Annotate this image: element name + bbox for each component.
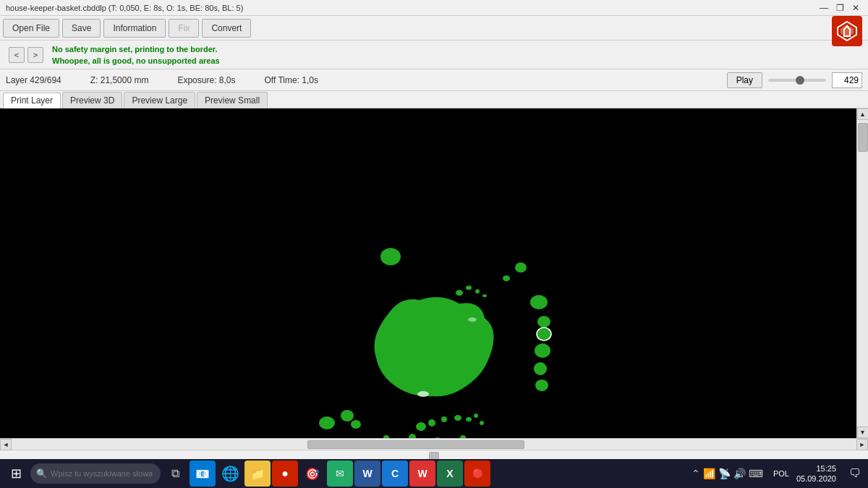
information-button[interactable]: Information xyxy=(103,19,166,38)
taskbar-chrome-app[interactable]: 🌐 xyxy=(217,461,243,487)
taskbar-word2-app[interactable]: W xyxy=(409,461,435,487)
search-wrapper: 🔍 xyxy=(30,463,161,484)
horizontal-scrollbar[interactable]: ◄ ► xyxy=(0,438,868,450)
shape-cluster-3 xyxy=(475,289,480,294)
start-button[interactable]: ⊞ xyxy=(3,461,29,487)
shape-cb-2 xyxy=(428,419,435,427)
tray-network-icon[interactable]: 📶 xyxy=(703,468,715,479)
scroll-left-button[interactable]: ◄ xyxy=(0,439,12,450)
layer-info-bar: Layer 429/694 Z: 21,5000 mm Exposure: 8,… xyxy=(0,69,868,91)
shape-cb-3 xyxy=(441,416,447,422)
clock-date: 05.09.2020 xyxy=(796,474,836,484)
clock-time: 15:25 xyxy=(816,463,836,474)
layer-preview xyxy=(0,108,856,438)
fix-button[interactable]: Fix xyxy=(169,19,199,38)
shape-right-2 xyxy=(537,316,550,328)
taskbar-excel-app[interactable]: X xyxy=(437,461,463,487)
shape-cluster-4 xyxy=(482,294,487,297)
scroll-up-button[interactable]: ▲ xyxy=(857,108,869,120)
shape-cluster-1 xyxy=(456,290,463,296)
play-controls: Play 429 xyxy=(727,72,862,88)
shape-bl-2 xyxy=(341,410,354,421)
shape-cb-7 xyxy=(480,421,484,425)
canvas-area: ▲ ▼ xyxy=(0,108,868,438)
taskbar-word-app[interactable]: W xyxy=(354,461,380,487)
taskbar-chromium-app[interactable]: C xyxy=(382,461,408,487)
tray-keyboard-icon[interactable]: ⌨ xyxy=(749,468,763,479)
nav-arrows: < > xyxy=(6,46,46,64)
shape-irregular xyxy=(375,297,494,396)
title-bar: house-keeper-basket.cbddlp (T: 0,050, E:… xyxy=(0,0,868,16)
shape-right-3 xyxy=(535,343,550,358)
language-indicator[interactable]: POL xyxy=(773,469,789,478)
shape-dot-1 xyxy=(515,262,527,273)
highlight-2 xyxy=(468,317,477,322)
status-messages: No safety margin set, printing to the bo… xyxy=(52,43,220,67)
shape-bl-1 xyxy=(319,416,335,429)
taskbar-explorer-app[interactable]: 📁 xyxy=(244,461,271,487)
shape-cb-5 xyxy=(466,417,472,421)
save-button[interactable]: Save xyxy=(62,19,101,38)
shape-cluster-2 xyxy=(466,286,472,290)
tray-wifi-icon[interactable]: 📡 xyxy=(718,468,731,479)
tab-preview-3d[interactable]: Preview 3D xyxy=(62,92,122,108)
scroll-down-button[interactable]: ▼ xyxy=(857,427,869,438)
tab-preview-small[interactable]: Preview Small xyxy=(197,92,268,108)
search-input[interactable] xyxy=(30,463,161,484)
shape-cb-1 xyxy=(416,422,426,431)
scroll-track-horizontal[interactable] xyxy=(12,439,856,450)
slider-thumb[interactable] xyxy=(796,76,804,85)
z-position: Z: 21,5000 mm xyxy=(90,75,149,85)
windows-taskbar: ⊞ 🔍 ⧉ 📧 🌐 📁 ● 🎯 ✉ W C W X 🔴 ⌃ 📶 📡 🔊 ⌨ PO… xyxy=(0,459,868,488)
taskbar-app-6[interactable]: ✉ xyxy=(327,461,353,487)
exposure-time: Exposure: 8,0s xyxy=(177,75,235,85)
shape-cb-6 xyxy=(474,414,478,418)
tray-volume-icon[interactable]: 🔊 xyxy=(733,468,746,479)
taskbar-app-red[interactable]: ● xyxy=(272,461,298,487)
shape-cb-4 xyxy=(454,415,461,421)
scroll-thumb-horizontal[interactable] xyxy=(307,440,524,449)
open-file-button[interactable]: Open File xyxy=(3,19,59,38)
frame-input[interactable]: 429 xyxy=(832,72,862,88)
status-msg-2: Whoopee, all is good, no unsupported are… xyxy=(52,55,220,67)
system-tray: ⌃ 📶 📡 🔊 ⌨ xyxy=(686,468,769,479)
shape-right-5 xyxy=(535,380,548,391)
tab-print-layer[interactable]: Print Layer xyxy=(3,93,61,108)
app-logo xyxy=(832,16,862,46)
clock[interactable]: 15:25 05.09.2020 xyxy=(796,463,841,484)
scroll-right-button[interactable]: ► xyxy=(856,439,868,450)
maximize-button[interactable]: ❐ xyxy=(833,1,846,14)
layer-counter: Layer 429/694 xyxy=(6,75,61,85)
task-view-button[interactable]: ⧉ xyxy=(162,461,188,487)
minimize-button[interactable]: — xyxy=(817,1,830,14)
shape-bl-3 xyxy=(351,420,361,429)
notification-button[interactable]: 🗨 xyxy=(845,463,865,484)
vertical-scrollbar[interactable]: ▲ ▼ xyxy=(856,108,868,438)
window-controls: — ❐ ✕ xyxy=(817,1,862,14)
close-button[interactable]: ✕ xyxy=(849,1,862,14)
convert-button[interactable]: Convert xyxy=(202,19,251,38)
shape-right-4 xyxy=(534,362,547,375)
shape-dot-2 xyxy=(503,275,510,281)
play-button[interactable]: Play xyxy=(727,72,762,88)
highlight-main xyxy=(417,391,429,397)
tray-up-arrow[interactable]: ⌃ xyxy=(692,468,700,479)
status-msg-1: No safety margin set, printing to the bo… xyxy=(52,43,220,55)
shape-right-1 xyxy=(530,295,548,309)
taskbar-app-chitubox[interactable]: 🔴 xyxy=(464,461,490,487)
window-title: house-keeper-basket.cbddlp (T: 0,050, E:… xyxy=(6,4,243,12)
prev-arrow[interactable]: < xyxy=(9,47,25,63)
toolbar: Open File Save Information Fix Convert xyxy=(0,16,868,40)
next-arrow[interactable]: > xyxy=(27,47,43,63)
tabs-bar: Print Layer Preview 3D Preview Large Pre… xyxy=(0,91,868,108)
logo-icon xyxy=(836,20,858,42)
shape-right-ring xyxy=(537,328,551,341)
layer-slider[interactable] xyxy=(768,79,826,82)
shape-top-center xyxy=(380,248,401,265)
off-time: Off Time: 1,0s xyxy=(264,75,318,85)
taskbar-right: ⌃ 📶 📡 🔊 ⌨ POL 15:25 05.09.2020 🗨 xyxy=(686,463,865,484)
taskbar-mail-app[interactable]: 📧 xyxy=(190,461,216,487)
scroll-thumb-vertical[interactable] xyxy=(858,123,868,152)
tab-preview-large[interactable]: Preview Large xyxy=(124,92,195,108)
taskbar-app-5[interactable]: 🎯 xyxy=(299,461,326,487)
